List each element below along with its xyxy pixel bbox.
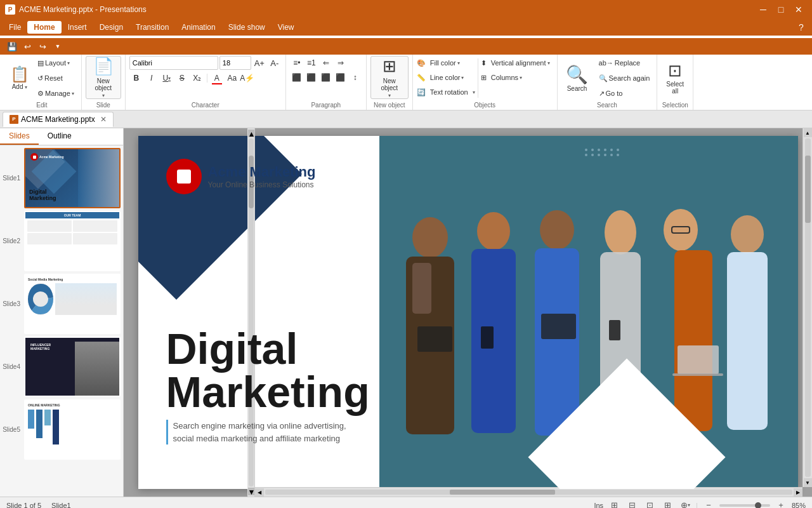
strikethrough-button[interactable]: S (175, 71, 189, 85)
fill-color-button[interactable]: Fill color ▾ (427, 56, 463, 70)
slide-sorter-button[interactable]: ⊞ (660, 499, 674, 509)
search-large-button[interactable]: 🔍 Search (561, 57, 593, 100)
clear-format-button[interactable]: A⚡ (240, 71, 254, 85)
slide-thumb-4[interactable]: INFLUENCERMARKETING (24, 337, 121, 397)
menu-animation[interactable]: Animation (175, 21, 221, 34)
undo-button[interactable]: ↩ (20, 40, 34, 53)
h-scroll-left[interactable]: ◀ (255, 488, 264, 497)
zoom-in-button[interactable]: + (774, 499, 788, 509)
separator-zoom: | (696, 502, 698, 509)
redo-button[interactable]: ↪ (36, 40, 49, 53)
notes-view-button[interactable]: ⊡ (643, 499, 657, 509)
zoom-slider[interactable] (719, 504, 770, 507)
menu-view[interactable]: View (272, 21, 301, 34)
italic-button[interactable]: I (145, 71, 159, 85)
justify-button[interactable]: ⬛ (334, 70, 348, 84)
menu-slideshow[interactable]: Slide show (222, 21, 272, 34)
slide-headline: Digital Marketing Search engine marketin… (166, 327, 370, 444)
thumb3-chart (28, 283, 53, 315)
slide-thumb-1[interactable]: Acme Marketing DigitalMarketing (24, 148, 121, 208)
text-rotation-button[interactable]: Text rotation (427, 85, 471, 99)
reset-button[interactable]: ↺ Reset (34, 71, 77, 85)
slide-number-2: Slide2 (3, 237, 20, 244)
line-color-button[interactable]: Line color ▾ (427, 70, 468, 84)
minimize-button[interactable]: ─ (755, 3, 771, 16)
outline-view-button[interactable]: ⊟ (625, 499, 639, 509)
slide-item-4[interactable]: Slide4 INFLUENCERMARKETING (3, 337, 121, 397)
line-spacing-button[interactable]: ↕ (348, 70, 362, 84)
menu-file[interactable]: File (3, 21, 27, 34)
scroll-up-btn[interactable]: ▲ (248, 130, 254, 137)
slides-list[interactable]: Slide1 Acme Marketing DigitalMa (0, 145, 123, 497)
v-scroll-up[interactable]: ▲ (804, 128, 812, 137)
title-bar: P ACME Marketing.pptx - Presentations ─ … (0, 0, 812, 19)
search-again-button[interactable]: 🔍 Search again (596, 71, 653, 85)
replace-button[interactable]: ab→ Replace (596, 56, 653, 70)
scroll-down-btn[interactable]: ▼ (248, 488, 254, 495)
slide-item-5[interactable]: Slide5 ONLINE MARKETING (3, 399, 121, 460)
layout-button[interactable]: ▤ Layout ▾ (34, 56, 77, 70)
tab-outline[interactable]: Outline (39, 128, 81, 145)
menu-home[interactable]: Home (27, 21, 61, 34)
manage-button[interactable]: ⚙ Manage ▾ (34, 86, 77, 100)
new-object-button[interactable]: 📄 Newobject ▾ (86, 56, 121, 99)
add-button[interactable]: 📋 Add ▾ (6, 56, 33, 99)
svg-point-13 (605, 210, 636, 255)
menu-design[interactable]: Design (93, 21, 129, 34)
ribbon-group-selection: ⊡ Select all Selection (657, 55, 693, 110)
close-button[interactable]: ✕ (790, 3, 807, 16)
underline-button[interactable]: U ▾ (160, 71, 174, 85)
font-decrease-button[interactable]: A- (268, 56, 282, 70)
normal-view-button[interactable]: ⊞ (607, 499, 621, 509)
file-tab[interactable]: P ACME Marketing.pptx ✕ (3, 112, 114, 127)
font-color-button[interactable]: A (210, 71, 224, 85)
slide-item-3[interactable]: Slide3 Social Media Marketing (3, 274, 121, 334)
slide-thumb-5[interactable]: ONLINE MARKETING (24, 399, 121, 460)
right-scrollbar[interactable]: ▲ ▼ (802, 128, 812, 487)
help-button[interactable]: ? (793, 21, 809, 34)
objects-right-controls: ⬍ Vertical alignment ▾ ⊞ Columns ▾ (481, 56, 553, 84)
maximize-button[interactable]: □ (773, 3, 789, 16)
select-all-button[interactable]: ⊡ Select all (661, 56, 689, 99)
subscript-button[interactable]: X₂ (190, 71, 204, 85)
ribbon-group-search: 🔍 Search ab→ Replace 🔍 Search again ↗ Go… (558, 55, 658, 110)
align-right-button[interactable]: ⬛ (319, 70, 333, 84)
columns-button[interactable]: Columns ▾ (488, 70, 525, 84)
bar3 (44, 410, 51, 425)
align-left-button[interactable]: ⬛ (290, 70, 304, 84)
h-scrollbar[interactable]: ◀ ▶ (255, 487, 802, 497)
tab-slides[interactable]: Slides (0, 128, 39, 145)
font-name-input[interactable] (129, 56, 218, 70)
view-options-button[interactable]: ⊕ ▾ (678, 499, 692, 509)
slide-thumb-3[interactable]: Social Media Marketing (24, 274, 121, 334)
new-object-large-button[interactable]: ⊞ Newobject ▾ (370, 56, 409, 99)
font-size-input[interactable] (219, 56, 251, 70)
slide-group-label: Slide (86, 102, 121, 109)
bullets-button[interactable]: ≡• (290, 56, 304, 70)
h-scroll-right[interactable]: ▶ (794, 488, 802, 497)
slide-item-2[interactable]: Slide2 OUR TEAM (3, 211, 121, 271)
dot10 (604, 154, 606, 156)
decrease-indent-button[interactable]: ⇐ (319, 56, 333, 70)
v-scroll-track[interactable] (805, 138, 811, 477)
vertical-alignment-button[interactable]: Vertical alignment ▾ (488, 56, 553, 70)
zoom-out-button[interactable]: − (702, 499, 716, 509)
slide-thumb-2[interactable]: OUR TEAM (24, 211, 121, 271)
goto-button[interactable]: ↗ Go to (596, 86, 653, 100)
numbering-button[interactable]: ≡1 (304, 56, 318, 70)
bold-button[interactable]: B (129, 71, 143, 85)
v-scroll-down[interactable]: ▼ (804, 478, 812, 487)
font-increase-button[interactable]: A+ (252, 56, 266, 70)
increase-indent-button[interactable]: ⇒ (334, 56, 348, 70)
align-center-button[interactable]: ⬛ (304, 70, 318, 84)
slide-item-1[interactable]: Slide1 Acme Marketing DigitalMa (3, 148, 121, 208)
save-button[interactable]: 💾 (5, 40, 19, 53)
h-scroll-track[interactable] (265, 490, 792, 495)
font-size-btn2[interactable]: Aa (225, 71, 239, 85)
thumb3-bg: Social Media Marketing (25, 275, 119, 333)
menu-transition[interactable]: Transition (129, 21, 175, 34)
quick-access-more[interactable]: ▼ (51, 40, 65, 53)
menu-insert[interactable]: Insert (62, 21, 93, 34)
para-row1: ≡• ≡1 ⇐ ⇒ (290, 56, 362, 70)
close-tab-button[interactable]: ✕ (100, 115, 107, 124)
